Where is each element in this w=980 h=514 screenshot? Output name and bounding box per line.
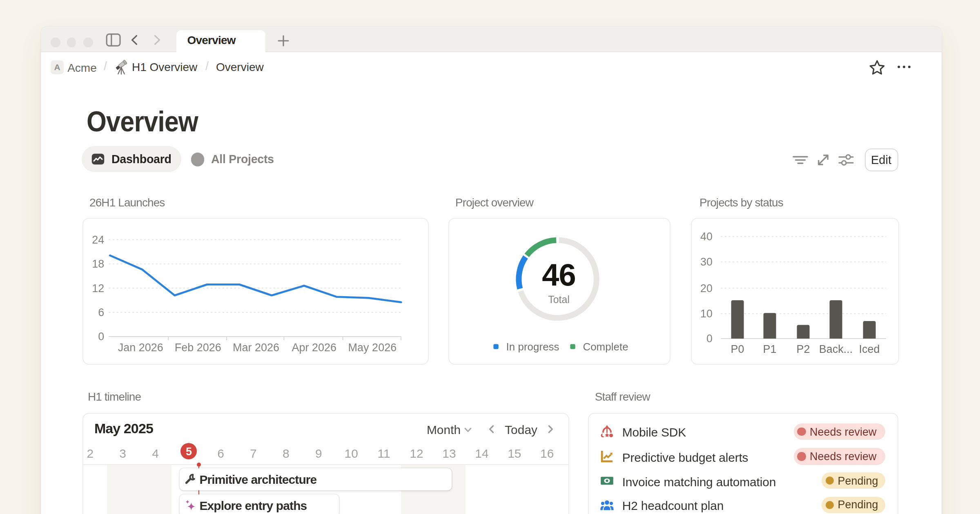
svg-text:P1: P1 — [763, 343, 776, 355]
svg-text:P2: P2 — [796, 343, 810, 355]
svg-text:18: 18 — [92, 257, 105, 270]
svg-text:P0: P0 — [731, 343, 744, 355]
svg-text:10: 10 — [700, 307, 713, 319]
svg-text:Back...: Back... — [819, 343, 853, 355]
svg-text:Complete: Complete — [583, 340, 628, 352]
svg-text:6: 6 — [98, 306, 105, 318]
svg-text:12: 12 — [92, 282, 105, 294]
svg-text:Apr 2026: Apr 2026 — [292, 341, 337, 353]
svg-text:Iced: Iced — [859, 343, 880, 355]
svg-text:24: 24 — [92, 233, 105, 246]
svg-text:May 2026: May 2026 — [348, 341, 397, 353]
svg-text:Mar 2026: Mar 2026 — [233, 341, 280, 353]
svg-text:46: 46 — [542, 257, 576, 292]
svg-text:Jan 2026: Jan 2026 — [118, 341, 163, 353]
svg-text:0: 0 — [98, 330, 105, 342]
svg-text:Feb 2026: Feb 2026 — [175, 341, 221, 353]
svg-text:20: 20 — [700, 282, 713, 294]
svg-text:30: 30 — [700, 255, 713, 268]
svg-text:40: 40 — [700, 230, 713, 242]
svg-text:In progress: In progress — [506, 340, 559, 352]
svg-text:Total: Total — [548, 293, 570, 305]
svg-text:0: 0 — [706, 332, 713, 344]
